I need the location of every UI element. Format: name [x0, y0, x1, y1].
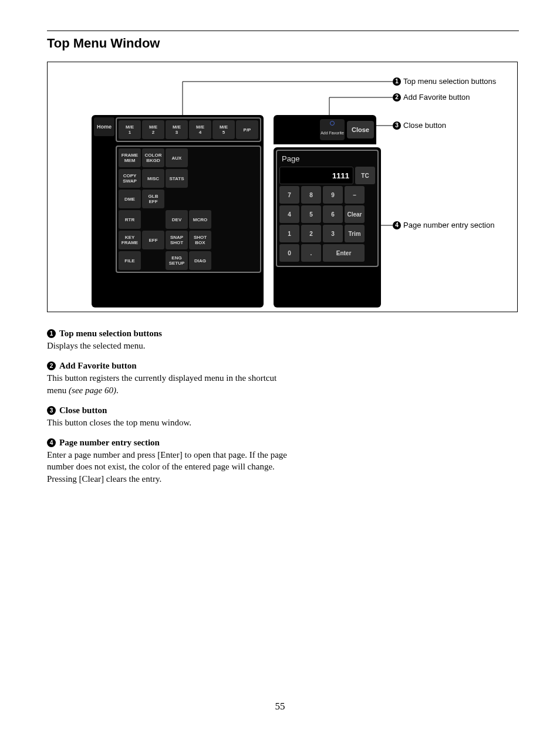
home-button[interactable]: Home [94, 117, 114, 136]
menu-empty [142, 210, 164, 229]
menu-empty [212, 251, 235, 270]
menu-rtr[interactable]: RTR [119, 210, 141, 229]
menu-empty [212, 231, 235, 249]
menu-empty [236, 190, 258, 208]
menu-eng-setup[interactable]: ENG SETUP [166, 251, 188, 270]
menu-empty [236, 231, 258, 249]
keypad-clear[interactable]: Clear [345, 205, 365, 223]
add-favorite-button[interactable]: Add Favorite [320, 119, 345, 140]
menu-empty [212, 148, 235, 167]
desc-head-3: 3Close button [47, 405, 294, 415]
menu-pp[interactable]: P/P [236, 120, 258, 139]
callout-2-num: 2 [393, 93, 401, 102]
menu-empty [236, 169, 258, 188]
menu-me2[interactable]: M/E 2 [142, 120, 164, 139]
desc-body-4: Enter a page number and press [Enter] to… [47, 449, 294, 485]
menu-empty [212, 190, 235, 208]
desc-body-1: Displays the selected menu. [47, 340, 294, 352]
menu-dev[interactable]: DEV [166, 210, 188, 229]
desc-body-3: This button closes the top menu window. [47, 417, 294, 428]
menu-stats[interactable]: STATS [166, 169, 188, 188]
keypad-0[interactable]: 0 [279, 244, 299, 262]
keypad-8[interactable]: 8 [301, 186, 321, 204]
callout-4-num: 4 [393, 221, 401, 229]
desc-head-4: 4Page number entry section [47, 438, 294, 448]
menu-key-frame[interactable]: KEY FRAME [119, 231, 141, 249]
keypad-dot[interactable]: . [301, 244, 321, 262]
menu-empty [189, 169, 211, 188]
menu-empty [236, 210, 258, 229]
callout-2-text: Add Favorite button [403, 93, 470, 102]
menu-empty [236, 251, 258, 270]
menu-me1[interactable]: M/E 1 [119, 120, 141, 139]
page-number: 55 [0, 701, 560, 712]
menu-shot-box[interactable]: SHOT BOX [189, 231, 211, 249]
menu-snap-shot[interactable]: SNAP SHOT [166, 231, 188, 249]
menu-empty [189, 148, 211, 167]
menu-empty [189, 190, 211, 208]
menu-eff[interactable]: EFF [142, 231, 164, 249]
callout-3-num: 3 [393, 121, 401, 130]
keypad-tc[interactable]: TC [355, 167, 375, 184]
keypad-7[interactable]: 7 [279, 186, 299, 204]
menu-aux[interactable]: AUX [166, 148, 188, 167]
page-title: Top Menu Window [47, 36, 519, 51]
figure: 1 Top menu selection buttons 2 Add Favor… [47, 62, 518, 312]
menu-frame-mem[interactable]: FRAME MEM [119, 148, 141, 167]
desc-head-1: 1Top menu selection buttons [47, 329, 294, 339]
keypad-4[interactable]: 4 [279, 205, 299, 223]
menu-empty [166, 190, 188, 208]
keypad-2[interactable]: 2 [301, 225, 321, 242]
close-button[interactable]: Close [347, 121, 374, 138]
keypad-9[interactable]: 9 [323, 186, 343, 204]
menu-me4[interactable]: M/E 4 [189, 120, 211, 139]
menu-me5[interactable]: M/E 5 [212, 120, 235, 139]
keypad-display: 1111 [279, 167, 353, 184]
menu-glb-eff[interactable]: GLB EFF [142, 190, 164, 208]
menu-me3[interactable]: M/E 3 [166, 120, 188, 139]
menu-empty [236, 148, 258, 167]
menu-color-bkgd[interactable]: COLOR BKGD [142, 148, 164, 167]
menu-misc[interactable]: MISC [142, 169, 164, 188]
keypad-1[interactable]: 1 [279, 225, 299, 242]
keypad-enter[interactable]: Enter [323, 244, 365, 262]
menu-copy-swap[interactable]: COPY SWAP [119, 169, 141, 188]
callout-3-text: Close button [403, 121, 446, 130]
callout-1-num: 1 [393, 77, 401, 86]
menu-empty [212, 169, 235, 188]
menu-mcro[interactable]: MCRO [189, 210, 211, 229]
menu-file[interactable]: FILE [119, 251, 141, 270]
menu-diag[interactable]: DIAG [189, 251, 211, 270]
keypad-trim[interactable]: Trim [345, 225, 365, 242]
callout-4-text: Page number entry section [403, 221, 494, 229]
keypad-title: Page [279, 153, 375, 167]
menu-empty [212, 210, 235, 229]
keypad-–[interactable]: – [345, 186, 365, 204]
keypad-6[interactable]: 6 [323, 205, 343, 223]
desc-body-2: This button registers the currently disp… [47, 372, 294, 396]
keypad-3[interactable]: 3 [323, 225, 343, 242]
keypad-5[interactable]: 5 [301, 205, 321, 223]
callout-1-text: Top menu selection buttons [403, 77, 496, 86]
menu-dme[interactable]: DME [119, 190, 141, 208]
menu-empty [142, 251, 164, 270]
desc-head-2: 2Add Favorite button [47, 361, 294, 371]
